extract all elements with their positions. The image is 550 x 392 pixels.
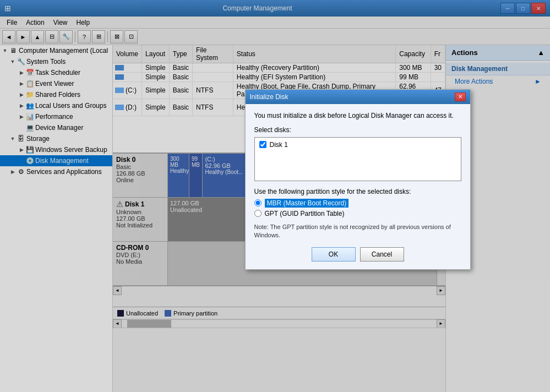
- mbr-option: MBR (Master Boot Record): [254, 199, 461, 208]
- modal-close-button[interactable]: ✕: [455, 92, 466, 101]
- mbr-label: MBR (Master Boot Record): [265, 199, 349, 208]
- modal-titlebar: Initialize Disk ✕: [246, 90, 470, 104]
- modal-description: You must initialize a disk before Logica…: [254, 112, 461, 119]
- modal-body: You must initialize a disk before Logica…: [246, 104, 470, 270]
- modal-cancel-button[interactable]: Cancel: [360, 247, 404, 262]
- gpt-radio[interactable]: [254, 210, 262, 217]
- disk1-checkbox-label: Disk 1: [270, 141, 288, 149]
- partition-style-label: Use the following partition style for th…: [254, 188, 461, 195]
- modal-title: Initialize Disk: [250, 93, 288, 101]
- modal-overlay: Initialize Disk ✕ You must initialize a …: [0, 0, 550, 392]
- initialize-disk-dialog: Initialize Disk ✕ You must initialize a …: [245, 89, 471, 270]
- disk1-checkbox[interactable]: [259, 141, 266, 148]
- modal-note: Note: The GPT partition style is not rec…: [254, 223, 461, 240]
- gpt-option: GPT (GUID Partition Table): [254, 210, 461, 217]
- mbr-radio[interactable]: [254, 199, 262, 206]
- gpt-label: GPT (GUID Partition Table): [265, 210, 345, 217]
- select-disks-label: Select disks:: [254, 126, 461, 134]
- modal-buttons: OK Cancel: [254, 247, 461, 262]
- disk1-list-item: Disk 1: [257, 140, 459, 150]
- modal-ok-button[interactable]: OK: [312, 247, 356, 262]
- disk-list-box: Disk 1: [254, 137, 461, 181]
